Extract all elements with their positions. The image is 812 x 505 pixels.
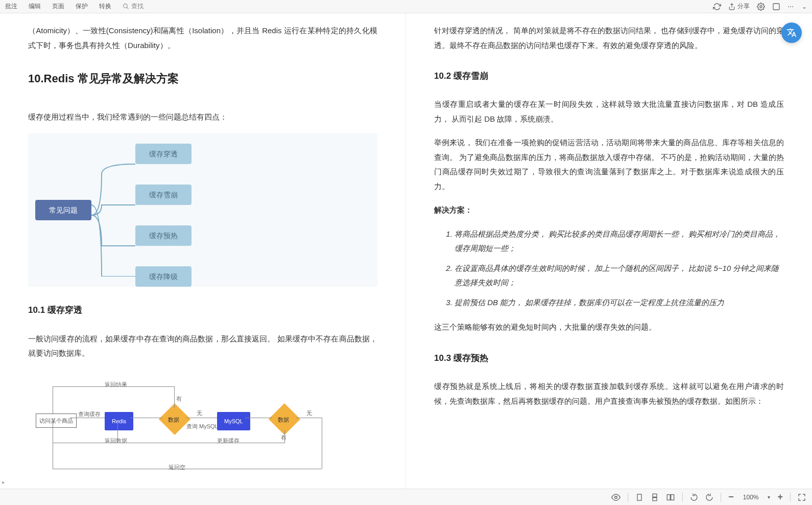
para-problems-intro: 缓存使用过程当中，我们经常遇到的一些问题总结有四点： <box>28 110 377 125</box>
svg-point-2 <box>760 6 762 8</box>
mindmap-connector <box>91 154 135 277</box>
para-10-1-intro: 一般访问缓存的流程，如果缓存中存在查询的商品数据，那么直接返回。 如果缓存中不存… <box>28 332 377 361</box>
two-page-icon[interactable] <box>666 493 675 494</box>
continuous-page-icon[interactable] <box>651 493 659 494</box>
solution-label: 解决方案： <box>434 203 784 218</box>
heading-10: 10.Redis 常见异常及解决方案 <box>28 68 377 89</box>
mindmap-diagram: 常见问题 缓存穿透 缓存雪崩 缓存预热 缓存降级 <box>28 133 377 287</box>
para-avalanche-summary: 这三个策略能够有效的避免短时间内，大批量的缓存失效的问题。 <box>434 320 784 335</box>
search-label: 查找 <box>131 2 144 11</box>
window-icon[interactable] <box>772 3 780 11</box>
mindmap-leaf-3: 缓存预热 <box>135 225 192 246</box>
page-right: 针对缓存穿透的情况， 简单的对策就是将不存在的数据访问结果， 也存储到缓存中，避… <box>406 13 812 494</box>
flow-redis: Redis <box>105 412 133 431</box>
menu-annotate[interactable]: 批注 <box>5 2 17 11</box>
solution-item-1: 将商品根据品类热度分类， 购买比较多的类目商品缓存周期长一些， 购买相对冷门的类… <box>455 227 784 256</box>
single-page-icon[interactable] <box>635 493 643 494</box>
para-avalanche-2: 举例来说， 我们在准备一项抢购的促销运营活动，活动期间将带来大量的商品信息、库存… <box>434 135 784 194</box>
top-toolbar: 批注 编辑 页面 保护 转换 查找 分享 ⋯ ⌄ <box>0 0 812 13</box>
heading-10-1: 10.1 缓存穿透 <box>28 302 377 318</box>
flow-yes1: 有 <box>176 394 182 404</box>
para-warmup: 缓存预热就是系统上线后，将相关的缓存数据直接加载到缓存系统。这样就可以避免在用户… <box>434 379 784 408</box>
solution-list: 将商品根据品类热度分类， 购买比较多的类目商品缓存周期长一些， 购买相对冷门的类… <box>455 227 784 310</box>
solution-item-2: 在设置商品具体的缓存生效时间的时候， 加上一个随机的区间因子， 比如说 5~10… <box>455 261 784 290</box>
share-button[interactable]: 分享 <box>728 2 750 11</box>
flow-update-cache: 更新缓存 <box>217 435 240 446</box>
menu-page[interactable]: 页面 <box>52 2 64 11</box>
rotate-left-icon[interactable] <box>690 493 698 494</box>
zoom-level: 100% <box>743 494 759 494</box>
settings-icon[interactable] <box>757 3 765 11</box>
flow-yes2: 有 <box>281 432 286 443</box>
flow-return-data: 返回数据 <box>105 435 127 446</box>
flow-no2: 无 <box>306 408 312 419</box>
search-box[interactable]: 查找 <box>123 2 144 11</box>
translate-icon <box>786 28 797 38</box>
menu-protect[interactable]: 保护 <box>76 2 88 11</box>
flow-return-result: 返回结果 <box>105 379 127 390</box>
flow-label-qmysql: 查询 MySQL <box>186 421 218 432</box>
mindmap-leaf-2: 缓存雪崩 <box>135 185 192 205</box>
flow-start: 访问某个商品 <box>36 414 77 428</box>
zoom-out-icon[interactable]: − <box>728 492 734 494</box>
fullscreen-icon[interactable] <box>798 493 806 494</box>
mindmap-leaf-1: 缓存穿透 <box>135 144 192 164</box>
chevron-down-icon[interactable]: ⌄ <box>802 3 807 10</box>
heading-10-2: 10.2 缓存雪崩 <box>434 68 784 84</box>
page-left: （Atomicity）、一致性(Consistency)和隔离性（Isolati… <box>0 13 406 494</box>
rotate-right-icon[interactable] <box>705 493 713 494</box>
share-icon <box>728 3 735 10</box>
menu-convert[interactable]: 转换 <box>99 2 111 11</box>
eye-icon[interactable] <box>611 493 620 494</box>
solution-item-3: 提前预估 DB 能力， 如果缓存挂掉，数据库仍可以在一定程度上抗住流量的压力 <box>455 295 784 310</box>
mindmap-root: 常见问题 <box>35 200 91 220</box>
zoom-in-icon[interactable]: + <box>777 492 783 494</box>
para-avalanche-1: 当缓存重启或者大量的缓存在某一时间段失效，这样就导致大批流量直接访问数据库，对 … <box>434 97 784 126</box>
intro-para: （Atomicity）、一致性(Consistency)和隔离性（Isolati… <box>28 24 377 53</box>
more-icon[interactable]: ⋯ <box>787 3 795 10</box>
flow-data1: 数据 <box>159 403 190 434</box>
bottom-toolbar: − 100% ▾ + <box>0 489 812 494</box>
refresh-icon[interactable] <box>713 3 721 11</box>
document-content: （Atomicity）、一致性(Consistency)和隔离性（Isolati… <box>0 13 812 494</box>
menu-edit[interactable]: 编辑 <box>29 2 41 11</box>
float-translate-button[interactable] <box>781 22 802 43</box>
flowchart-diagram: 访问某个商品 查询缓存 Redis 数据 无 查询 MySQL MySQL 数据… <box>28 370 377 472</box>
svg-rect-3 <box>773 4 779 10</box>
sidebar-handle[interactable]: ▸ <box>2 479 5 486</box>
para-penetration-solution: 针对缓存穿透的情况， 简单的对策就是将不存在的数据访问结果， 也存储到缓存中，避… <box>434 24 784 53</box>
flow-return-empty: 返回空 <box>169 462 185 473</box>
heading-10-3: 10.3 缓存预热 <box>434 350 784 366</box>
svg-line-1 <box>127 7 128 9</box>
mindmap-leaf-4: 缓存降级 <box>135 266 192 287</box>
flow-mysql: MySQL <box>217 412 250 431</box>
svg-point-0 <box>124 4 128 8</box>
flow-no1: 无 <box>197 408 202 419</box>
search-icon <box>123 3 129 10</box>
